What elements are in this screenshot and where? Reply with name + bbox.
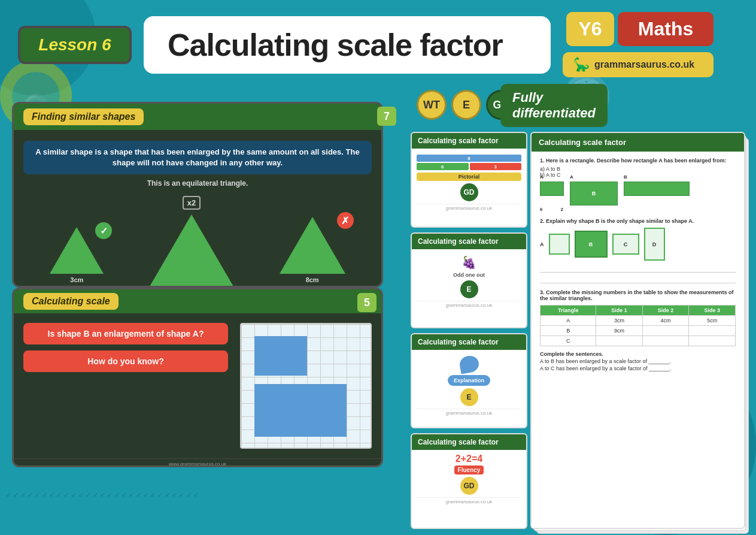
dino-icon: 🦕 — [573, 57, 590, 72]
row-b-tri: B — [541, 326, 596, 336]
slide-bottom-site: www.grammarsaurus.co.uk — [169, 461, 226, 467]
rect-area-b: A B — [570, 182, 618, 205]
triangle-notsimilar-group: ✗ 8cm not similar — [280, 217, 345, 288]
triangle-small-wrap: ✓ — [50, 227, 104, 274]
slide-bottom-title: Calculating scale — [23, 293, 119, 310]
th-side1: Side 1 — [596, 306, 643, 316]
ws-bar-6: 6 — [417, 163, 469, 170]
row-c-tri: C — [541, 336, 596, 346]
top-right: Y6 Maths 🦕 grammarsaurus.co.uk — [563, 12, 714, 77]
main-ws-q2: 2. Explain why shape B is the only shape… — [540, 218, 736, 283]
ws-bar-3: 3 — [470, 163, 522, 170]
rect-b-label: B — [592, 191, 596, 197]
maths-badge: Maths — [618, 12, 714, 46]
main-content: Finding similar shapes 7 A similar shape… — [12, 102, 744, 529]
ws-card-4-site: grammarsaurus.co.uk — [417, 497, 521, 506]
shape-a-label: A — [540, 241, 544, 247]
ws-card-1-bars: 8 6 3 — [417, 155, 521, 170]
table-row-c: C — [541, 336, 736, 346]
table-body: A 3cm 4cm 5cm B 9cm — [541, 316, 736, 346]
main-ws-area: Calculating scale factor A A B 1. Here i… — [530, 132, 744, 529]
slide-top-title: Finding similar shapes — [23, 108, 144, 125]
rect-b — [254, 384, 347, 437]
triangle-large-wrap — [150, 214, 233, 286]
ws-card-3: Calculating scale factor Explanation E g… — [411, 333, 527, 429]
dim-8cm: 8cm — [306, 276, 319, 283]
ws-card-1-tag: Pictorial — [417, 173, 521, 181]
ws-card-1-type: GD — [460, 183, 478, 201]
row-c-s1 — [596, 336, 643, 346]
x2-group: x2 6cm — [150, 196, 233, 288]
ws-card-3-icon — [417, 356, 521, 373]
year-badge: Y6 — [566, 12, 614, 46]
speech-bubble — [458, 354, 479, 374]
main-ws-content: 1. Here is a rectangle. Describe how rec… — [532, 152, 744, 522]
main-ws: Calculating scale factor 1. Here is a re… — [530, 132, 745, 529]
lesson-badge: Lesson 6 — [18, 26, 132, 64]
grammarsaurus-box: 🦕 grammarsaurus.co.uk — [563, 52, 714, 77]
ws-line-1 — [540, 263, 736, 273]
ws-odd-one-out: Odd one out — [417, 272, 521, 278]
rect-grid-area: A A B B — [540, 182, 736, 205]
ws-cards-column: Calculating scale factor 8 6 3 Pictorial… — [411, 132, 527, 529]
main-ws-title: Calculating scale factor — [539, 138, 737, 147]
ws-card-3-title: Calculating scale factor — [418, 338, 520, 346]
ws-card-2: Calculating scale factor 🍇 Odd one out E… — [411, 232, 527, 328]
title-box: Calculating scale factor — [144, 16, 551, 74]
slide-top-header: Finding similar shapes 7 — [14, 104, 381, 130]
q2-button[interactable]: How do you know? — [23, 350, 228, 372]
slide-bottom-number: 5 — [357, 293, 377, 312]
main-ws-q3: 3. Complete the missing numbers in the t… — [540, 289, 736, 346]
ws-card-2-header: Calculating scale factor — [412, 234, 526, 249]
ws-card-2-title: Calculating scale factor — [418, 237, 520, 246]
triangles-area: ✓ 3cm similar x2 6cm — [23, 190, 372, 288]
ws-2plus2: 2+2=4 — [417, 454, 521, 464]
row-c-s3 — [689, 336, 736, 346]
shape-c-label: C — [624, 241, 628, 247]
rect-label-a-small: A — [540, 174, 544, 180]
ws-card-4-header: Calculating scale factor — [412, 434, 526, 450]
q1-button[interactable]: Is shape B an enlargement of shape A? — [23, 323, 228, 344]
rect-a — [254, 336, 307, 376]
slide-subtitle: This is an equilateral triangle. — [23, 179, 372, 188]
shape-b-label: B — [589, 241, 593, 247]
complete-sentences: Complete the sentences. A to B has been … — [540, 351, 736, 371]
row-b-s2 — [642, 326, 689, 336]
sentence-2: A to C has been enlarged by a scale fact… — [540, 365, 736, 371]
ws-card-4: Calculating scale factor 2+2=4 Fluency G… — [411, 433, 527, 529]
ws-card-3-type: E — [460, 388, 478, 406]
ws-bar-row: 6 3 — [417, 163, 521, 170]
num-2: 2 — [560, 207, 563, 212]
header: Lesson 6 Calculating scale factor Y6 Mat… — [18, 12, 738, 77]
rect-b-shape: B — [570, 182, 618, 205]
ws-card-1: Calculating scale factor 8 6 3 Pictorial… — [411, 132, 527, 228]
main-ws-q2-text: 2. Explain why shape B is the only shape… — [540, 218, 736, 224]
rect-label-b-big: B — [624, 174, 627, 180]
table-header-row: Triangle Side 1 Side 2 Side 3 — [541, 306, 736, 316]
rect-a-shape — [540, 182, 564, 196]
slide-bottom: Calculating scale 5 Is shape B an enlarg… — [12, 288, 383, 467]
row-b-s1: 9cm — [596, 326, 643, 336]
row-a-s3: 5cm — [689, 316, 736, 326]
shape-a — [549, 234, 570, 255]
ws-card-3-body: Explanation E grammarsaurus.co.uk — [412, 350, 526, 421]
x2-label: x2 — [183, 196, 201, 210]
fully-diff-banner: Fully differentiated — [500, 84, 608, 127]
row-a-s2: 4cm — [642, 316, 689, 326]
rect-label-a-big: A — [570, 174, 573, 180]
main-ws-q3-text: 3. Complete the missing numbers in the t… — [540, 289, 736, 301]
slide-bottom-header: Calculating scale 5 — [14, 289, 381, 313]
wt-badge: WT — [417, 90, 447, 120]
table-head: Triangle Side 1 Side 2 Side 3 — [541, 306, 736, 316]
triangle-small-group: ✓ 3cm similar — [50, 227, 104, 288]
ws-card-1-title: Calculating scale factor — [418, 137, 520, 145]
shape-b: B — [575, 231, 608, 258]
main-ws-q1-text: 1. Here is a rectangle. Describe how rec… — [540, 158, 736, 164]
ws-card-1-site: grammarsaurus.co.uk — [417, 204, 521, 212]
slide-info-box: A similar shape is a shape that has been… — [23, 141, 372, 174]
ws-bar-8: 8 — [417, 155, 521, 162]
triangle-medium-wrap: ✗ — [280, 217, 345, 274]
ws-card-3-header: Calculating scale factor — [412, 334, 526, 350]
slide-bottom-footer: www.grammarsaurus.co.uk — [14, 458, 381, 467]
ws-card-1-body: 8 6 3 Pictorial GD grammarsaurus.co.uk — [412, 149, 526, 216]
